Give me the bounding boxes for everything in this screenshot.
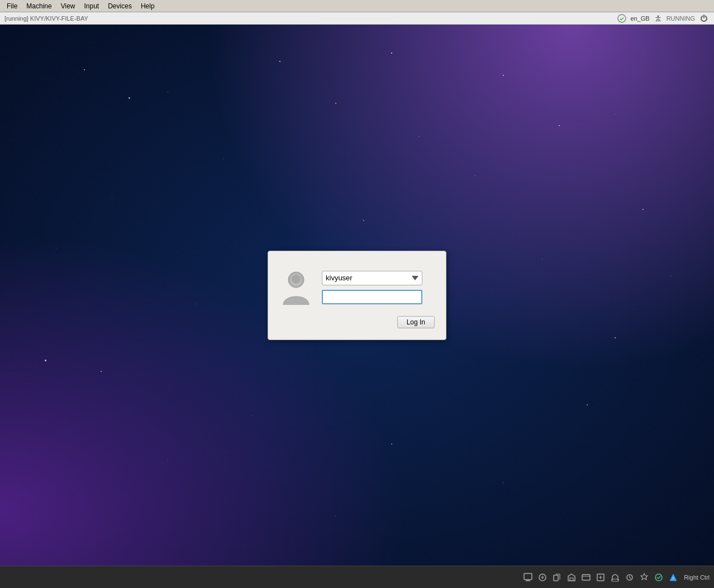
taskbar-icon-7[interactable] [609,571,621,584]
login-fields: kivyuser [322,271,435,304]
power-button[interactable] [698,13,710,24]
taskbar-icon-3[interactable] [551,571,563,584]
menu-devices[interactable]: Devices [103,1,136,11]
login-top: kivyuser [279,268,435,307]
right-ctrl-label: Right Ctrl [684,574,710,581]
taskbar: ↑ Right Ctrl [0,566,714,588]
menu-help[interactable]: Help [136,1,159,11]
menu-view[interactable]: View [56,1,80,11]
svg-point-4 [292,275,301,284]
menu-file[interactable]: File [2,1,22,11]
vm-status-icon [617,13,627,23]
taskbar-icon-2[interactable] [536,571,549,584]
vm-title-right: en_GB RUNNING [617,13,710,24]
svg-text:↑: ↑ [672,576,674,580]
login-button-row: Log In [279,316,435,328]
svg-rect-7 [554,575,558,581]
taskbar-icon-upgrade[interactable]: ↑ [667,571,679,584]
taskbar-icon-10[interactable] [653,571,665,584]
svg-rect-5 [524,573,532,580]
user-avatar [279,268,313,307]
login-button[interactable]: Log In [397,316,435,328]
menu-bar: File Machine View Input Devices Help [0,0,714,12]
menu-machine[interactable]: Machine [22,1,56,11]
taskbar-icon-9[interactable] [638,571,650,584]
taskbar-icon-8[interactable] [623,571,636,584]
vm-title-text: [running] KIVY/KIVY-FILE-BAY [4,15,88,22]
password-input[interactable] [322,290,422,304]
svg-rect-11 [612,579,618,581]
taskbar-icon-6[interactable] [594,571,607,584]
accessibility-icon[interactable] [653,13,663,23]
taskbar-icon-1[interactable] [522,571,534,584]
login-content: kivyuser Log In [279,268,435,328]
locale-text: en_GB [630,15,649,22]
desktop: kivyuser Log In [0,25,714,566]
svg-rect-9 [582,575,590,580]
username-select[interactable]: kivyuser [322,271,422,285]
taskbar-icon-5[interactable] [580,571,592,584]
svg-point-0 [618,15,626,22]
login-dialog: kivyuser Log In [268,251,446,340]
vm-status-label: RUNNING [667,15,695,22]
vm-title-bar: [running] KIVY/KIVY-FILE-BAY en_GB RUNNI… [0,12,714,25]
menu-input[interactable]: Input [80,1,104,11]
svg-point-1 [657,15,659,17]
taskbar-icon-4[interactable] [565,571,578,584]
